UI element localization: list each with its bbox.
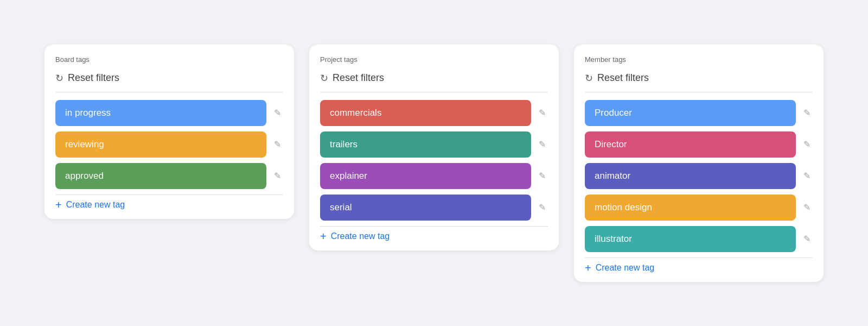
edit-tag-button-2-3[interactable]: ✎ <box>801 200 813 215</box>
tag-pill-2-3[interactable]: motion design <box>585 195 796 221</box>
tag-row: explainer✎ <box>320 163 548 189</box>
reset-filters-button-0[interactable]: ↻Reset filters <box>55 70 283 92</box>
divider <box>55 92 283 92</box>
panel-title-0: Board tags <box>55 55 283 64</box>
tag-pill-2-2[interactable]: animator <box>585 163 796 189</box>
tag-row: approved✎ <box>55 163 283 189</box>
tag-pill-1-2[interactable]: explainer <box>320 163 531 189</box>
tag-pill-1-3[interactable]: serial <box>320 195 531 221</box>
panel-title-1: Project tags <box>320 55 548 64</box>
tag-pill-2-1[interactable]: Director <box>585 131 796 158</box>
panels-container: Board tags↻Reset filtersin progress✎revi… <box>28 28 840 298</box>
tag-pill-0-2[interactable]: approved <box>55 163 266 189</box>
create-new-tag-button-0[interactable]: +Create new tag <box>55 195 283 210</box>
create-new-tag-button-1[interactable]: +Create new tag <box>320 226 548 242</box>
tag-pill-2-0[interactable]: Producer <box>585 100 796 126</box>
edit-tag-button-1-3[interactable]: ✎ <box>537 200 548 215</box>
edit-tag-button-2-2[interactable]: ✎ <box>801 168 813 183</box>
tag-row: motion design✎ <box>585 195 813 221</box>
tag-pill-0-0[interactable]: in progress <box>55 100 266 126</box>
create-tag-label: Create new tag <box>66 200 125 210</box>
edit-tag-button-1-1[interactable]: ✎ <box>537 137 548 152</box>
panel-project-tags: Project tags↻Reset filterscommercials✎tr… <box>309 45 559 250</box>
edit-tag-button-0-0[interactable]: ✎ <box>272 105 283 120</box>
tag-pill-1-0[interactable]: commercials <box>320 100 531 126</box>
reset-icon: ↻ <box>585 72 593 84</box>
reset-filters-label: Reset filters <box>333 72 384 84</box>
reset-filters-button-2[interactable]: ↻Reset filters <box>585 70 813 92</box>
plus-icon: + <box>55 199 62 210</box>
tag-pill-0-1[interactable]: reviewing <box>55 131 266 158</box>
tag-row: animator✎ <box>585 163 813 189</box>
reset-filters-button-1[interactable]: ↻Reset filters <box>320 70 548 92</box>
tag-pill-2-4[interactable]: illustrator <box>585 226 796 252</box>
edit-tag-button-1-0[interactable]: ✎ <box>537 105 548 120</box>
tag-row: commercials✎ <box>320 100 548 126</box>
divider <box>320 92 548 92</box>
reset-filters-label: Reset filters <box>597 72 649 84</box>
edit-tag-button-2-1[interactable]: ✎ <box>801 137 813 152</box>
create-tag-label: Create new tag <box>331 231 390 241</box>
reset-icon: ↻ <box>55 72 63 84</box>
tag-row: serial✎ <box>320 195 548 221</box>
tag-pill-1-1[interactable]: trailers <box>320 131 531 158</box>
tag-row: illustrator✎ <box>585 226 813 252</box>
tag-row: trailers✎ <box>320 131 548 158</box>
panel-title-2: Member tags <box>585 55 813 64</box>
tag-row: Producer✎ <box>585 100 813 126</box>
tag-row: in progress✎ <box>55 100 283 126</box>
create-tag-label: Create new tag <box>596 263 655 273</box>
divider <box>585 92 813 92</box>
plus-icon: + <box>585 262 591 273</box>
panel-board-tags: Board tags↻Reset filtersin progress✎revi… <box>44 45 294 219</box>
create-new-tag-button-2[interactable]: +Create new tag <box>585 258 813 273</box>
reset-filters-label: Reset filters <box>68 72 119 84</box>
edit-tag-button-2-4[interactable]: ✎ <box>801 231 813 246</box>
tag-row: reviewing✎ <box>55 131 283 158</box>
edit-tag-button-2-0[interactable]: ✎ <box>801 105 813 120</box>
reset-icon: ↻ <box>320 72 328 84</box>
edit-tag-button-0-2[interactable]: ✎ <box>272 168 283 183</box>
panel-member-tags: Member tags↻Reset filtersProducer✎Direct… <box>574 45 824 282</box>
plus-icon: + <box>320 231 327 242</box>
edit-tag-button-1-2[interactable]: ✎ <box>537 168 548 183</box>
edit-tag-button-0-1[interactable]: ✎ <box>272 137 283 152</box>
tag-row: Director✎ <box>585 131 813 158</box>
